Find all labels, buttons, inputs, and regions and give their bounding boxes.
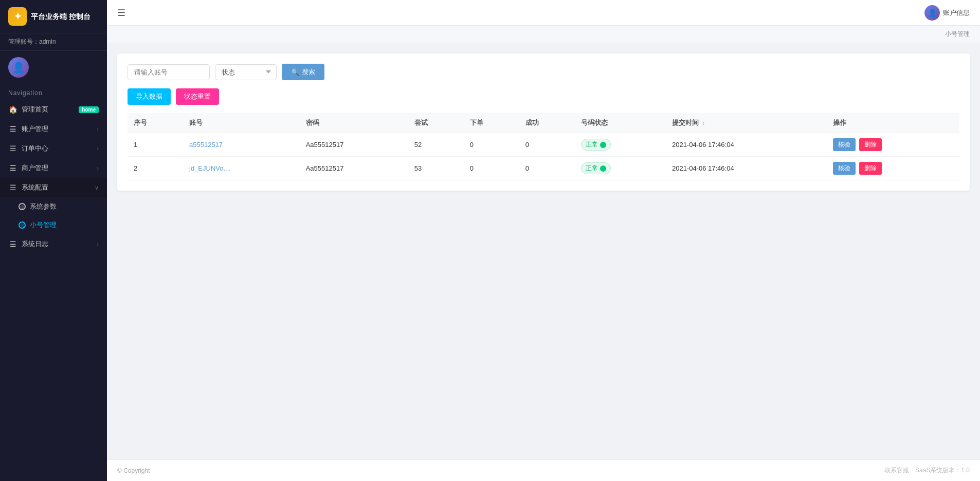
hamburger-button[interactable]: ☰ <box>117 7 125 18</box>
syslog-icon: ☰ <box>8 240 17 248</box>
sysparams-label: 系统参数 <box>30 202 57 211</box>
sidebar-item-syslog[interactable]: ☰ 系统日志 › <box>0 234 107 254</box>
sidebar-header: ✦ 平台业务端 控制台 <box>0 0 107 33</box>
col-status: 号码状态 <box>575 113 666 133</box>
sort-icon: ↕ <box>702 120 705 126</box>
user-avatar-area: 👤 <box>0 51 107 84</box>
page-card: 状态 正常 禁用 🔍 搜索 导入数据 状态重置 序号 账 <box>117 53 970 191</box>
account-info-button[interactable]: 👤 账户信息 <box>924 5 970 21</box>
account-info-label: 账户信息 <box>943 8 970 17</box>
avatar: 👤 <box>8 57 29 78</box>
order-arrow: › <box>97 145 99 152</box>
sidebar-item-home-label: 管理首页 <box>22 105 48 114</box>
sidebar: ✦ 平台业务端 控制台 管理账号：admin 👤 Navigation 🏠 管理… <box>0 0 107 481</box>
sidebar-item-account[interactable]: ☰ 账户管理 › <box>0 119 107 139</box>
sidebar-item-merchant-label: 商户管理 <box>22 163 48 173</box>
sysconfig-arrow: ∨ <box>95 184 99 191</box>
col-order: 下单 <box>464 113 519 133</box>
content-area: 状态 正常 禁用 🔍 搜索 导入数据 状态重置 序号 账 <box>107 43 980 459</box>
toggle-on-icon <box>600 142 606 148</box>
topbar: ☰ 👤 账户信息 <box>107 0 980 26</box>
cell-index: 1 <box>128 133 183 157</box>
data-table: 序号 账号 密码 尝试 下单 成功 号码状态 提交时间 ↕ 操作 1 a5551… <box>128 113 959 180</box>
sysparams-dot-icon: ◎ <box>19 203 26 210</box>
col-time: 提交时间 ↕ <box>666 113 827 133</box>
verify-button[interactable]: 核验 <box>833 138 856 151</box>
cell-try: 53 <box>408 157 464 180</box>
sysconfig-icon: ☰ <box>8 183 17 192</box>
nav-label: Navigation <box>0 84 107 100</box>
cell-success: 0 <box>519 133 575 157</box>
status-select[interactable]: 状态 正常 禁用 <box>215 64 277 80</box>
cell-account: jd_EJUNVo.... <box>183 157 300 180</box>
account-search-input[interactable] <box>128 64 210 80</box>
cell-password: Aa55512517 <box>300 157 408 180</box>
home-icon: 🏠 <box>8 105 17 114</box>
logo-icon: ✦ <box>8 7 27 26</box>
sidebar-item-syslog-label: 系统日志 <box>22 239 48 249</box>
table-row: 2 jd_EJUNVo.... Aa55512517 53 0 0 正常 202… <box>128 157 959 180</box>
delete-button[interactable]: 删除 <box>859 138 882 151</box>
table-row: 1 a55512517 Aa55512517 52 0 0 正常 2021-04… <box>128 133 959 157</box>
reset-status-button[interactable]: 状态重置 <box>176 88 219 105</box>
cell-time: 2021-04-06 17:46:04 <box>666 133 827 157</box>
main-area: ☰ 👤 账户信息 小号管理 状态 正常 禁用 🔍 <box>107 0 980 481</box>
version-label: SaaS系统版本：1.0 <box>915 466 970 475</box>
cell-status: 正常 <box>575 157 666 180</box>
table-header-row: 序号 账号 密码 尝试 下单 成功 号码状态 提交时间 ↕ 操作 <box>128 113 959 133</box>
col-account: 账号 <box>183 113 300 133</box>
submanage-label: 小号管理 <box>30 220 57 230</box>
search-btn-label: 搜索 <box>302 67 315 77</box>
account-icon: ☰ <box>8 125 17 133</box>
admin-info: 管理账号：admin <box>0 33 107 51</box>
sidebar-subitem-submanage[interactable]: ◎ 小号管理 <box>0 216 107 234</box>
sidebar-item-sysconfig[interactable]: ☰ 系统配置 ∨ <box>0 178 107 197</box>
cell-success: 0 <box>519 157 575 180</box>
delete-button[interactable]: 删除 <box>859 162 882 175</box>
contact-label: 联系客服 <box>884 466 909 475</box>
breadcrumb: 小号管理 <box>945 30 970 39</box>
breadcrumb-bar: 小号管理 <box>107 26 980 43</box>
account-link[interactable]: a55512517 <box>189 141 223 149</box>
sidebar-item-home[interactable]: 🏠 管理首页 home <box>0 100 107 119</box>
status-badge: 正常 <box>581 162 611 174</box>
sidebar-item-sysconfig-label: 系统配置 <box>22 183 48 192</box>
col-action: 操作 <box>827 113 959 133</box>
toggle-on-icon <box>600 165 606 172</box>
col-success: 成功 <box>519 113 575 133</box>
account-avatar: 👤 <box>924 5 940 21</box>
search-icon: 🔍 <box>291 68 299 76</box>
search-bar: 状态 正常 禁用 🔍 搜索 <box>128 64 959 80</box>
order-icon: ☰ <box>8 144 17 153</box>
submanage-dot-icon: ◎ <box>19 221 26 229</box>
action-bar: 导入数据 状态重置 <box>128 88 959 105</box>
verify-button[interactable]: 核验 <box>833 162 856 175</box>
cell-password: Aa55512517 <box>300 133 408 157</box>
sidebar-item-order-label: 订单中心 <box>22 144 48 153</box>
col-index: 序号 <box>128 113 183 133</box>
cell-index: 2 <box>128 157 183 180</box>
sidebar-subitem-sysparams[interactable]: ◎ 系统参数 <box>0 197 107 216</box>
copyright: © Copyright <box>117 467 150 474</box>
cell-order: 0 <box>464 157 519 180</box>
cell-try: 52 <box>408 133 464 157</box>
sidebar-item-account-label: 账户管理 <box>22 124 48 134</box>
account-link[interactable]: jd_EJUNVo.... <box>189 164 231 172</box>
account-arrow: › <box>97 126 99 132</box>
sidebar-item-merchant[interactable]: ☰ 商户管理 › <box>0 158 107 178</box>
cell-actions: 核验 删除 <box>827 157 959 180</box>
import-data-button[interactable]: 导入数据 <box>128 88 171 105</box>
footer: © Copyright 联系客服 SaaS系统版本：1.0 <box>107 459 980 481</box>
syslog-arrow: › <box>97 241 99 247</box>
col-try: 尝试 <box>408 113 464 133</box>
logo-title: 平台业务端 控制台 <box>31 12 90 21</box>
search-button[interactable]: 🔍 搜索 <box>282 64 324 80</box>
home-badge: home <box>79 106 99 113</box>
sidebar-item-order[interactable]: ☰ 订单中心 › <box>0 139 107 158</box>
merchant-arrow: › <box>97 165 99 171</box>
col-password: 密码 <box>300 113 408 133</box>
cell-actions: 核验 删除 <box>827 133 959 157</box>
status-badge: 正常 <box>581 139 611 151</box>
merchant-icon: ☰ <box>8 164 17 172</box>
cell-time: 2021-04-06 17:46:04 <box>666 157 827 180</box>
